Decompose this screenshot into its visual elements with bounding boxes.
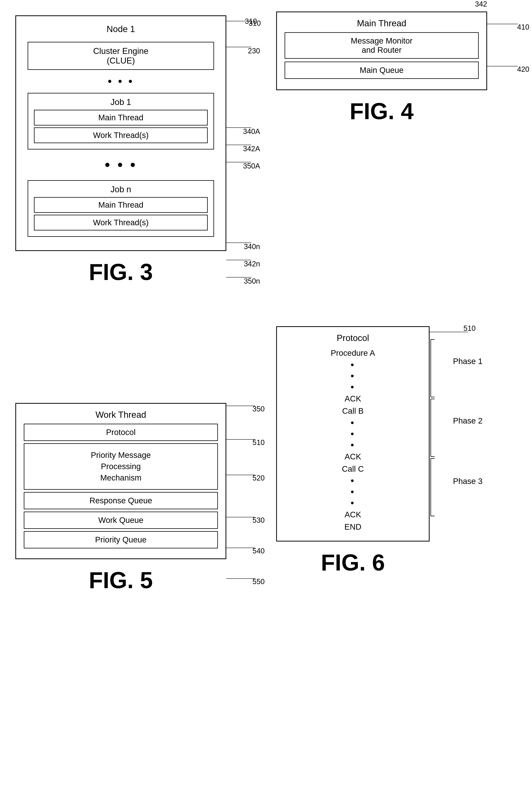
ref-230-line	[226, 43, 257, 51]
fig3-job1-work-threads: Work Thread(s)	[34, 127, 208, 143]
fig5-diagram: 350 510 520 530 540 550 Work Thread Prot…	[15, 403, 226, 593]
fig6-end: END	[285, 521, 421, 533]
fig4-label: FIG. 4	[276, 98, 487, 124]
fig5-protocol-box: Protocol	[24, 424, 218, 441]
ref-420-line	[487, 62, 526, 70]
fig6-protocol-title: Protocol	[285, 333, 421, 343]
fig4-main-queue-box: Main Queue	[285, 61, 479, 79]
ref-350A-line	[226, 158, 257, 166]
fig3-job1-box: Job 1 Main Thread Work Thread(s)	[27, 93, 214, 149]
fig6-ack-1: ACK	[285, 393, 421, 405]
fig3-clue-box: Cluster Engine(CLUE)	[27, 42, 214, 70]
fig3-node-title: Node 1	[27, 24, 214, 34]
phase3-bracket	[429, 458, 444, 517]
ref-540-line	[226, 544, 261, 552]
fig3-dots: • • •	[27, 76, 214, 87]
phase3-label: Phase 3	[453, 477, 482, 486]
ref-310-label: 310	[245, 17, 257, 25]
ref-510-fig6-line	[430, 328, 474, 336]
fig6-call-b: Call B	[285, 405, 421, 417]
phase2-bracket	[429, 398, 444, 458]
fig5-outer-box: Work Thread Protocol Priority MessagePro…	[15, 403, 226, 559]
fig5-label: FIG. 5	[15, 567, 226, 593]
fig6-dots-3: •••	[285, 475, 421, 509]
ref-340A-line	[226, 124, 257, 131]
phase1-label: Phase 1	[453, 357, 482, 366]
ref-410-line	[487, 20, 526, 28]
ref-342: 342	[475, 0, 487, 8]
fig6-dots-1: •••	[285, 359, 421, 393]
fig3-label: FIG. 3	[15, 259, 226, 285]
ref-350-line	[226, 402, 261, 410]
fig3-job1-title: Job 1	[34, 97, 208, 107]
fig4-main-thread-title: Main Thread	[285, 18, 479, 29]
ref-340n-line	[226, 239, 257, 246]
fig6-procedure-a: Procedure A	[285, 347, 421, 359]
fig6-label: FIG. 6	[276, 549, 430, 576]
ref-520-line	[226, 471, 261, 479]
fig3-job1-main-thread: Main Thread	[34, 110, 208, 126]
fig3-outer-box: Node 1 230 Cluster Engine(CLUE) • • • 34…	[15, 15, 226, 251]
fig3-diagram: 310 Node 1 230 Cluster Engine(CLUE) • • …	[15, 15, 226, 285]
fig4-outer-box: Main Thread Message Monitorand Router Ma…	[276, 12, 487, 90]
fig6-ack-3: ACK	[285, 509, 421, 521]
phase2-label: Phase 2	[453, 416, 482, 425]
fig3-middle-dots: • • •	[27, 157, 214, 172]
fig5-work-queue-box: Work Queue	[24, 512, 218, 529]
fig5-priority-msg-box: Priority MessageProcessingMechanism	[24, 443, 218, 490]
phase1-bracket	[429, 338, 444, 398]
ref-550-line	[226, 575, 261, 583]
fig5-priority-queue-box: Priority Queue	[24, 531, 218, 549]
fig6-dots-2: •••	[285, 417, 421, 450]
fig6-ack-2: ACK	[285, 450, 421, 463]
fig6-diagram: 510 Protocol Procedure A ••• ACK Call B …	[276, 326, 430, 576]
fig3-jobn-main-thread: Main Thread	[34, 197, 208, 213]
fig6-call-c: Call C	[285, 463, 421, 475]
ref-510-line	[226, 436, 261, 443]
fig4-diagram: 342 410 420 Main Thread Message Monitora…	[276, 12, 487, 124]
fig3-jobn-box: Job n Main Thread Work Thread(s)	[27, 180, 214, 237]
fig3-jobn-work-threads: Work Thread(s)	[34, 215, 208, 230]
ref-342A-line	[226, 141, 257, 149]
fig5-work-thread-title: Work Thread	[24, 409, 218, 420]
ref-350n-line	[226, 274, 257, 281]
ref-342n-line	[226, 256, 257, 264]
fig6-outer-box: Protocol Procedure A ••• ACK Call B ••• …	[276, 326, 430, 541]
fig5-response-queue-box: Response Queue	[24, 492, 218, 509]
ref-530-line	[226, 513, 261, 521]
fig4-monitor-box: Message Monitorand Router	[285, 32, 479, 59]
fig3-jobn-title: Job n	[34, 185, 208, 194]
